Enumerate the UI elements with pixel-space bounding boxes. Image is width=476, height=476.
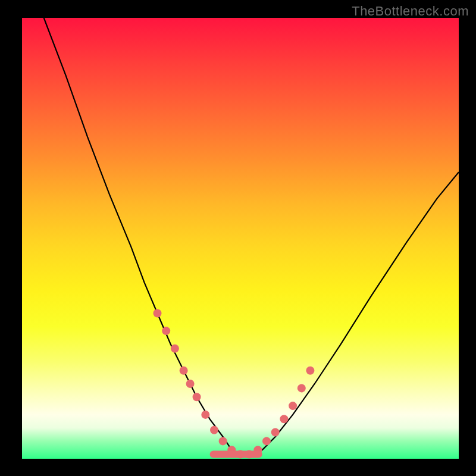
highlight-dot bbox=[193, 393, 201, 401]
chart-frame: TheBottleneck.com bbox=[0, 0, 476, 476]
highlight-dot bbox=[201, 411, 209, 419]
highlight-dot bbox=[289, 402, 297, 410]
highlight-dot bbox=[210, 426, 218, 434]
bottleneck-curve bbox=[44, 18, 459, 455]
highlight-dots bbox=[154, 309, 315, 459]
optimal-zone-bar bbox=[210, 451, 262, 458]
plot-area bbox=[22, 18, 459, 459]
watermark-text: TheBottleneck.com bbox=[352, 4, 469, 19]
chart-svg bbox=[22, 18, 459, 459]
optimal-zone bbox=[210, 451, 262, 458]
highlight-dot bbox=[271, 428, 280, 437]
highlight-dot bbox=[262, 437, 271, 445]
highlight-dot bbox=[306, 367, 314, 375]
highlight-dot bbox=[219, 437, 227, 445]
highlight-dot bbox=[180, 367, 188, 375]
curve-line bbox=[44, 18, 459, 455]
highlight-dot bbox=[280, 415, 288, 423]
highlight-dot bbox=[162, 327, 170, 335]
highlight-dot bbox=[154, 309, 162, 318]
highlight-dot bbox=[171, 345, 179, 353]
highlight-dot bbox=[298, 384, 306, 392]
highlight-dot bbox=[186, 380, 195, 388]
